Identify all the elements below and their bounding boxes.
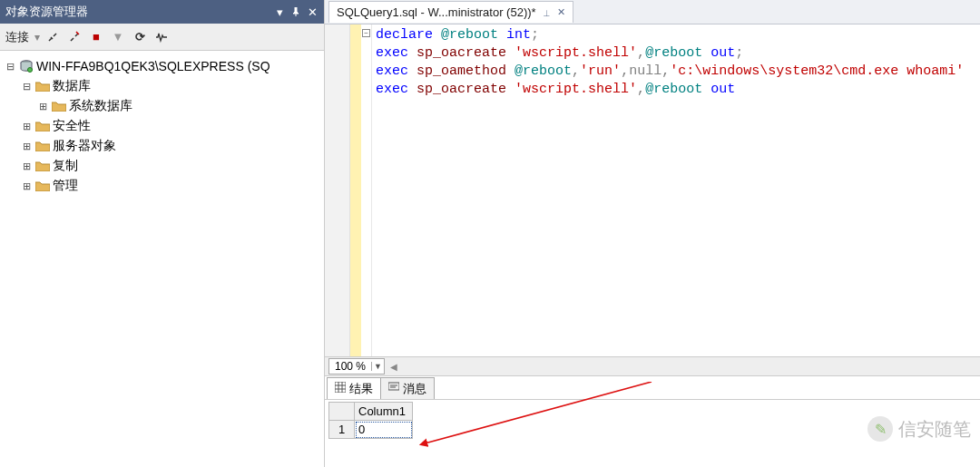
svg-rect-2: [335, 382, 346, 393]
results-grid-area: Column1 1 0: [325, 400, 980, 467]
tree-node-server-objects[interactable]: ⊞ 服务器对象: [4, 136, 320, 156]
refresh-icon[interactable]: ⟳: [131, 28, 149, 46]
results-tab-label: 结果: [349, 381, 373, 397]
table-row[interactable]: 1 0: [329, 421, 413, 439]
tree-label: 管理: [53, 178, 78, 194]
object-explorer-title: 对象资源管理器: [5, 4, 88, 20]
activity-icon[interactable]: [152, 28, 171, 46]
filter-icon[interactable]: ▼: [109, 28, 127, 46]
close-icon[interactable]: ✕: [557, 6, 565, 18]
tree-label: 系统数据库: [69, 98, 132, 114]
folder-icon: [34, 79, 51, 93]
stop-icon[interactable]: ■: [87, 28, 105, 46]
tree-node-databases[interactable]: ⊟ 数据库: [4, 76, 320, 96]
results-grid[interactable]: Column1 1 0: [328, 402, 413, 439]
dropdown-icon[interactable]: ▾: [273, 5, 286, 18]
editor-pane: SQLQuery1.sql - W...ministrator (52))* ⟂…: [325, 0, 980, 467]
folder-icon: [51, 99, 67, 113]
code-content[interactable]: declare @reboot int; exec sp_oacreate 'w…: [372, 24, 980, 356]
pin-icon[interactable]: [289, 5, 302, 18]
tree-label: 服务器对象: [53, 138, 116, 154]
expand-icon[interactable]: ⊞: [36, 101, 49, 112]
connect-label[interactable]: 连接: [5, 29, 29, 45]
fold-margin: −: [361, 24, 372, 356]
tree-label: 复制: [53, 158, 78, 174]
collapse-icon[interactable]: ⊟: [4, 61, 16, 73]
change-margin: [350, 24, 361, 356]
document-tabstrip: SQLQuery1.sql - W...ministrator (52))* ⟂…: [325, 0, 980, 24]
tree-node-management[interactable]: ⊞ 管理: [4, 176, 320, 196]
server-icon: [18, 59, 34, 73]
code-editor[interactable]: − declare @reboot int; exec sp_oacreate …: [325, 24, 980, 356]
scroll-left-icon[interactable]: ◀: [390, 362, 397, 372]
folder-icon: [34, 159, 51, 173]
message-icon: [388, 382, 399, 395]
tree-label: 安全性: [53, 118, 91, 134]
messages-tab[interactable]: 消息: [380, 377, 435, 399]
grid-cell[interactable]: 0: [355, 421, 413, 439]
object-tree: ⊟ WIN-FFA9BQ1QEK3\SQLEXPRESS (SQ ⊟ 数据库 ⊞…: [0, 51, 324, 467]
tree-node-replication[interactable]: ⊞ 复制: [4, 156, 320, 176]
tree-root-server[interactable]: ⊟ WIN-FFA9BQ1QEK3\SQLEXPRESS (SQ: [4, 56, 320, 76]
object-explorer: 对象资源管理器 ▾ ✕ 连接 ▾ ■ ▼ ⟳ ⊟ WIN-FFA9BQ1QEK3…: [0, 0, 325, 467]
chevron-down-icon[interactable]: ▼: [371, 362, 384, 371]
svg-rect-3: [388, 383, 399, 390]
expand-icon[interactable]: ⊞: [20, 161, 33, 172]
folder-icon: [34, 139, 51, 153]
server-label: WIN-FFA9BQ1QEK3\SQLEXPRESS (SQ: [36, 59, 270, 73]
fold-collapse-icon[interactable]: −: [362, 29, 370, 37]
tab-title: SQLQuery1.sql - W...ministrator (52))*: [337, 5, 536, 19]
folder-icon: [34, 179, 51, 193]
object-explorer-toolbar: 连接 ▾ ■ ▼ ⟳: [0, 24, 324, 51]
tree-node-security[interactable]: ⊞ 安全性: [4, 116, 320, 136]
expand-icon[interactable]: ⊞: [20, 141, 33, 152]
document-tab[interactable]: SQLQuery1.sql - W...ministrator (52))* ⟂…: [328, 1, 573, 23]
messages-tab-label: 消息: [403, 381, 426, 397]
zoom-bar: 100 % ▼ ◀: [325, 356, 980, 376]
editor-gutter: [325, 24, 350, 356]
results-tab[interactable]: 结果: [327, 377, 381, 399]
object-explorer-title-bar: 对象资源管理器 ▾ ✕: [0, 0, 324, 24]
tree-label: 数据库: [53, 78, 91, 94]
folder-icon: [34, 119, 51, 133]
svg-point-1: [28, 68, 33, 73]
grid-corner: [329, 403, 355, 421]
expand-icon[interactable]: ⊞: [20, 121, 33, 132]
zoom-value: 100 %: [329, 360, 371, 373]
expand-icon[interactable]: ⊞: [20, 180, 33, 192]
separator: ▾: [34, 31, 40, 44]
connect-icon[interactable]: [44, 28, 62, 46]
disconnect-icon[interactable]: [65, 28, 83, 46]
zoom-combo[interactable]: 100 % ▼: [328, 358, 385, 375]
tree-node-system-databases[interactable]: ⊞ 系统数据库: [4, 96, 320, 116]
column-header[interactable]: Column1: [355, 403, 413, 421]
row-header[interactable]: 1: [329, 421, 355, 439]
pin-icon[interactable]: ⟂: [544, 7, 550, 18]
collapse-icon[interactable]: ⊟: [20, 81, 33, 92]
grid-icon: [335, 382, 346, 395]
close-icon[interactable]: ✕: [306, 5, 318, 18]
result-tabstrip: 结果 消息: [325, 376, 980, 400]
